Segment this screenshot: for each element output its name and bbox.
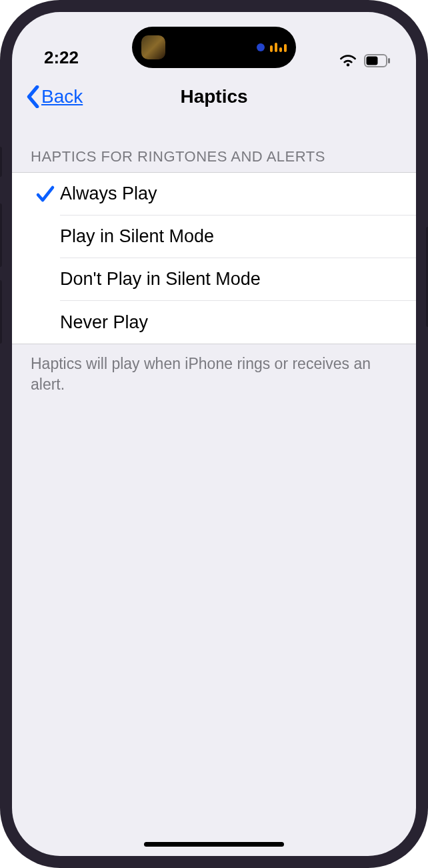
status-time: 2:22 [44, 47, 79, 68]
battery-icon [364, 54, 391, 67]
option-never-play[interactable]: Never Play [12, 301, 416, 344]
checkmark-icon [31, 184, 60, 204]
screen: 2:22 Back Haptics HAPTICS FOR RINGTONES … [12, 12, 416, 856]
side-button-volume-down [0, 280, 2, 344]
option-play-in-silent-mode[interactable]: Play in Silent Mode [12, 215, 416, 258]
section-header: HAPTICS FOR RINGTONES AND ALERTS [12, 120, 416, 172]
option-label: Don't Play in Silent Mode [60, 258, 416, 301]
wifi-icon [339, 53, 357, 68]
option-always-play[interactable]: Always Play [12, 173, 416, 215]
island-right [257, 43, 287, 52]
back-button[interactable]: Back [25, 85, 83, 108]
device-frame: 2:22 Back Haptics HAPTICS FOR RINGTONES … [0, 0, 428, 868]
svg-rect-2 [388, 58, 390, 63]
section-footer: Haptics will play when iPhone rings or r… [12, 344, 416, 404]
back-label: Back [41, 86, 83, 107]
chevron-left-icon [25, 85, 40, 108]
option-label: Always Play [60, 173, 416, 215]
side-button-silent [0, 147, 2, 177]
camera-indicator-icon [257, 43, 265, 51]
home-indicator[interactable] [144, 842, 284, 847]
dynamic-island[interactable] [132, 27, 296, 68]
options-list: Always Play Play in Silent Mode Don't Pl… [12, 172, 416, 344]
audio-waveform-icon [270, 43, 287, 52]
nav-bar: Back Haptics [12, 73, 416, 120]
side-button-volume-up [0, 203, 2, 267]
now-playing-artwork-icon [141, 35, 165, 59]
svg-rect-1 [367, 57, 378, 65]
option-label: Play in Silent Mode [60, 215, 416, 258]
option-dont-play-in-silent-mode[interactable]: Don't Play in Silent Mode [12, 258, 416, 301]
page-title: Haptics [180, 86, 247, 107]
option-label: Never Play [60, 302, 416, 344]
